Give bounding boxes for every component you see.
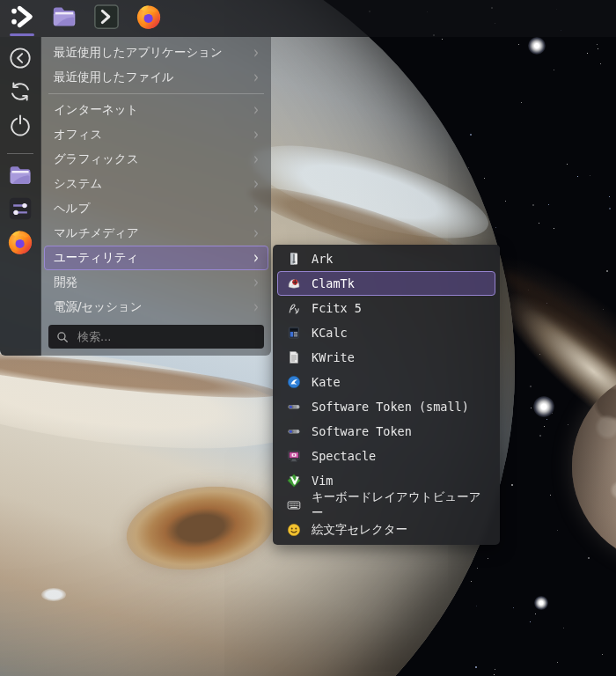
chevron-right-icon: › [253,151,259,168]
menu-item-internet[interactable]: インターネット› [44,98,268,122]
refresh-icon [9,80,32,107]
bright-star [534,596,548,610]
sidebar-item-power[interactable] [7,114,33,139]
sidebar-item-firefox[interactable] [7,231,33,256]
submenu-item-label: Vim [312,474,333,488]
menu-item-help[interactable]: ヘルプ› [44,196,268,221]
star [505,201,506,202]
submenu-item-spectacle[interactable]: Spectacle [277,444,495,468]
menu-item-label: インターネット [54,102,138,118]
chevron-right-icon: › [253,70,259,86]
calculator-icon [287,326,301,340]
star [488,558,488,559]
submenu-item-clamtk[interactable]: ClamTk [277,271,495,296]
app-menu-popup: 最近使用したアプリケーション›最近使用したファイル›インターネット›オフィス›グ… [0,37,271,356]
sidebar-item-file-manager[interactable] [7,165,33,189]
white-oval-storm [41,588,66,601]
submenu-item-emoji-selector[interactable]: 絵文字セレクター [277,518,495,542]
search-box[interactable] [48,325,264,349]
taskbar-item-app-launcher[interactable] [7,4,37,33]
star [484,178,485,179]
star [563,628,564,628]
archive-icon [287,252,301,266]
menu-item-development[interactable]: 開発› [44,270,268,295]
chevron-right-icon: › [253,275,259,291]
submenu-item-label: 絵文字セレクター [312,522,407,538]
sidebar-item-back[interactable] [7,48,33,72]
menu-item-office[interactable]: オフィス› [44,122,268,147]
star [597,44,598,45]
menu-item-recent-apps[interactable]: 最近使用したアプリケーション› [44,40,268,65]
star [590,175,590,176]
submenu-item-label: Spectacle [312,449,376,463]
menu-item-label: システム [54,176,102,192]
app-launcher-icon [9,4,35,33]
star [587,53,588,54]
bright-star [528,37,546,55]
menu-item-label: ヘルプ [54,201,90,217]
taskbar-item-file-manager[interactable] [49,4,79,33]
chevron-right-icon: › [253,45,259,62]
menu-item-graphics[interactable]: グラフィックス› [44,147,268,172]
submenu-item-label: ClamTk [312,276,355,290]
menu-item-label: 最近使用したファイル [54,70,174,85]
sidebar-separator [7,153,33,154]
star [539,435,541,437]
menu-item-label: グラフィックス [54,151,139,167]
star [495,227,496,228]
star [554,70,554,70]
star [600,63,601,64]
star [470,134,472,136]
settings-sliders-icon [8,196,33,224]
chevron-right-icon: › [253,250,259,267]
taskbar-item-firefox[interactable] [134,4,164,33]
sidebar-item-settings[interactable] [7,198,33,223]
menu-item-label: マルチメディア [54,225,139,241]
search-input[interactable] [76,329,257,344]
star [557,662,558,663]
submenu-item-label: Fcitx 5 [312,301,362,315]
app-menu-categories: 最近使用したアプリケーション›最近使用したファイル›インターネット›オフィス›グ… [41,37,271,356]
utilities-submenu: ArkClamTkFcitx 5KCalcKWriteKateSoftware … [273,245,500,545]
firefox-icon [136,4,162,33]
menu-item-system[interactable]: システム› [44,172,268,196]
menu-item-label: 開発 [54,275,77,290]
menu-item-power-session[interactable]: 電源/セッション› [44,295,268,320]
menu-item-label: ユーティリティ [54,250,138,266]
app-menu-sidebar [0,37,41,356]
submenu-item-fcitx5[interactable]: Fcitx 5 [277,296,495,320]
chevron-left-circle-icon [9,47,32,73]
folder-icon [8,163,33,191]
star [609,196,610,197]
submenu-item-kcalc[interactable]: KCalc [277,320,495,345]
star [475,666,477,668]
submenu-item-ark[interactable]: Ark [277,246,495,271]
taskbar-item-terminal[interactable] [92,4,121,33]
submenu-item-software-token[interactable]: Software Token [277,419,495,444]
submenu-item-kwrite[interactable]: KWrite [277,345,495,370]
search-icon [55,330,70,344]
vim-icon [287,474,301,488]
kate-icon [287,375,301,389]
star [511,484,513,486]
document-icon [287,350,301,364]
submenu-item-kate[interactable]: Kate [277,370,495,394]
submenu-item-label: Software Token (small) [312,400,469,414]
star [577,176,578,177]
menu-item-utilities[interactable]: ユーティリティ› [44,246,268,270]
star [548,204,549,205]
menu-item-recent-files[interactable]: 最近使用したファイル› [44,65,268,90]
submenu-item-label: Ark [312,252,333,266]
menu-item-multimedia[interactable]: マルチメディア› [44,221,268,246]
submenu-item-software-token-small[interactable]: Software Token (small) [277,394,495,419]
star [521,102,522,103]
submenu-item-keyboard-layout-viewer[interactable]: キーボードレイアウトビューアー [277,493,495,518]
star [598,48,598,49]
star [518,44,519,45]
chevron-right-icon: › [253,127,259,143]
file-manager-icon [51,4,77,33]
star [495,669,495,670]
submenu-item-label: KCalc [312,326,348,340]
star [530,621,531,622]
sidebar-item-refresh[interactable] [7,81,33,106]
